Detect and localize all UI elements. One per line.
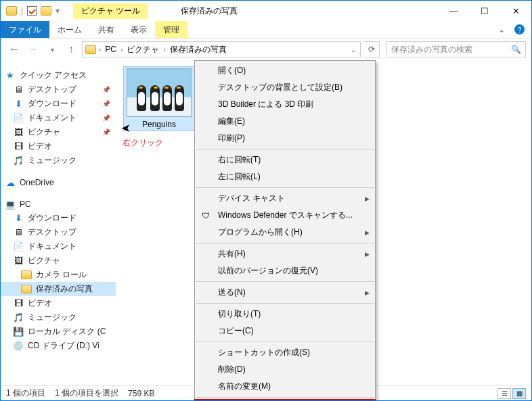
chevron-icon[interactable]: ›: [97, 46, 102, 53]
drive-icon: 💾: [13, 327, 24, 337]
breadcrumb-pc[interactable]: PC: [104, 45, 118, 54]
maximize-button[interactable]: ☐: [469, 1, 500, 21]
folder-icon: [6, 6, 17, 16]
breadcrumb-saved[interactable]: 保存済みの写真: [169, 44, 228, 55]
cursor-icon: ➤: [121, 121, 131, 135]
menu-set-background[interactable]: デスクトップの背景として設定(B): [195, 79, 375, 96]
picture-icon: 🖼: [13, 127, 24, 138]
close-button[interactable]: ✕: [500, 1, 531, 21]
menu-print[interactable]: 印刷(P): [195, 130, 375, 147]
back-button[interactable]: ←: [6, 41, 22, 57]
sidebar-item-downloads-2[interactable]: ⬇ダウンロード: [1, 211, 116, 225]
pc-icon: 💻: [5, 199, 16, 210]
search-input[interactable]: 保存済みの写真の検索 🔍: [386, 41, 526, 57]
menu-restore-versions[interactable]: 以前のバージョンの復元(V): [195, 262, 375, 279]
video-icon: 🎞: [13, 141, 24, 152]
menu-send-to[interactable]: 送る(N): [195, 284, 375, 301]
sidebar-item-cameraroll[interactable]: カメラ ロール: [1, 268, 116, 282]
qat-overflow-icon[interactable]: ▾: [56, 6, 60, 16]
menu-separator: [196, 149, 374, 149]
window-controls: — ☐ ✕: [438, 1, 531, 21]
address-bar[interactable]: › PC › ピクチャ › 保存済みの写真 ⌄: [82, 41, 361, 57]
file-list[interactable]: Penguins ➤ 右クリック 開く(O) デスクトップの背景として設定(B)…: [116, 60, 531, 385]
tab-manage[interactable]: 管理: [155, 21, 187, 38]
up-button[interactable]: ↑: [63, 41, 79, 57]
separator: |: [21, 6, 23, 16]
ribbon-help: ⌄ ?: [498, 21, 531, 38]
sidebar-item-music[interactable]: 🎵ミュージック: [1, 154, 116, 168]
sidebar-item-pictures[interactable]: 🖼ピクチャ: [1, 125, 116, 139]
tab-file[interactable]: ファイル: [1, 21, 49, 38]
sidebar-item-videos-2[interactable]: 🎞ビデオ: [1, 296, 116, 310]
folder-icon: [21, 285, 32, 293]
thumbnails-view-button[interactable]: ▦: [512, 388, 526, 399]
quick-access-toolbar: | ▾ ピクチャ ツール: [1, 3, 154, 19]
sidebar-item-quick-access[interactable]: ★クイック アクセス: [1, 68, 116, 82]
navigation-pane[interactable]: ★クイック アクセス 🖥デスクトップ ⬇ダウンロード 📄ドキュメント 🖼ピクチャ…: [1, 60, 116, 385]
address-dropdown-icon[interactable]: ⌄: [349, 46, 357, 53]
details-view-button[interactable]: ☰: [497, 388, 511, 399]
tab-share[interactable]: 共有: [90, 21, 123, 38]
menu-rotate-left[interactable]: 左に回転(L): [195, 168, 375, 185]
sidebar-item-desktop-2[interactable]: 🖥デスクトップ: [1, 225, 116, 239]
cloud-icon: ☁: [5, 177, 16, 188]
minimize-button[interactable]: —: [438, 1, 469, 21]
menu-cast[interactable]: デバイス キャスト: [195, 190, 375, 207]
forward-button[interactable]: →: [25, 41, 41, 57]
menu-separator: [196, 243, 374, 243]
sidebar-item-local-disk[interactable]: 💾ローカル ディスク (C: [1, 325, 116, 339]
tab-view[interactable]: 表示: [123, 21, 155, 38]
chevron-icon[interactable]: ›: [119, 46, 124, 53]
menu-separator: [196, 303, 374, 304]
menu-open-with[interactable]: プログラムから開く(H): [195, 224, 375, 241]
disc-icon: 💿: [13, 341, 24, 352]
help-icon[interactable]: ?: [514, 24, 525, 34]
view-buttons: ☰ ▦: [497, 388, 526, 399]
breadcrumb-pictures[interactable]: ピクチャ: [125, 44, 160, 55]
tab-home[interactable]: ホーム: [49, 21, 90, 38]
context-menu: 開く(O) デスクトップの背景として設定(B) 3D Builder による 3…: [194, 60, 376, 401]
sidebar-item-onedrive[interactable]: ☁OneDrive: [1, 176, 116, 189]
menu-copy[interactable]: コピー(C): [195, 323, 375, 339]
menu-open[interactable]: 開く(O): [195, 62, 375, 79]
menu-defender-scan[interactable]: 🛡Windows Defender でスキャンする...: [195, 207, 375, 224]
menu-edit[interactable]: 編集(E): [195, 113, 375, 130]
ribbon-tabs: ファイル ホーム 共有 表示 管理 ⌄ ?: [1, 21, 531, 39]
sidebar-item-downloads[interactable]: ⬇ダウンロード: [1, 97, 116, 111]
chevron-icon[interactable]: ›: [162, 46, 167, 53]
properties-qat-icon[interactable]: [27, 6, 37, 16]
download-icon: ⬇: [13, 213, 24, 224]
sidebar-item-cd-drive[interactable]: 💿CD ドライブ (D:) Vi: [1, 339, 116, 353]
video-icon: 🎞: [13, 298, 24, 309]
refresh-button[interactable]: ⟳: [363, 41, 380, 57]
search-icon: 🔍: [511, 45, 521, 54]
menu-create-shortcut[interactable]: ショートカットの作成(S): [195, 344, 375, 361]
sidebar-item-pc[interactable]: 💻PC: [1, 197, 116, 211]
file-item-penguins[interactable]: Penguins: [124, 67, 194, 131]
ribbon-expand-icon[interactable]: ⌄: [498, 25, 505, 34]
menu-separator: [196, 187, 374, 188]
sidebar-item-documents-2[interactable]: 📄ドキュメント: [1, 239, 116, 254]
folder-icon: [21, 270, 32, 279]
main-area: ★クイック アクセス 🖥デスクトップ ⬇ダウンロード 📄ドキュメント 🖼ピクチャ…: [1, 60, 531, 385]
desktop-icon: 🖥: [13, 227, 24, 238]
recent-locations-button[interactable]: ▾: [44, 41, 60, 57]
menu-cut[interactable]: 切り取り(T): [195, 306, 375, 323]
menu-3d-builder[interactable]: 3D Builder による 3D 印刷: [195, 96, 375, 113]
status-selection-count: 1 個の項目を選択: [55, 387, 118, 399]
menu-share[interactable]: 共有(H): [195, 245, 375, 262]
sidebar-item-saved-pictures[interactable]: 保存済みの写真: [1, 282, 116, 296]
menu-delete[interactable]: 削除(D): [195, 361, 375, 378]
document-icon: 📄: [13, 113, 24, 124]
menu-rename[interactable]: 名前の変更(M): [195, 378, 375, 395]
sidebar-item-videos[interactable]: 🎞ビデオ: [1, 139, 116, 154]
sidebar-item-desktop[interactable]: 🖥デスクトップ: [1, 82, 116, 97]
sidebar-item-music-2[interactable]: 🎵ミュージック: [1, 310, 116, 325]
document-icon: 📄: [13, 241, 24, 252]
menu-rotate-right[interactable]: 右に回転(T): [195, 151, 375, 168]
window-title: 保存済みの写真: [154, 5, 438, 17]
star-icon: ★: [5, 70, 16, 81]
new-folder-qat-icon[interactable]: [41, 6, 51, 16]
sidebar-item-documents[interactable]: 📄ドキュメント: [1, 111, 116, 125]
sidebar-item-pictures-2[interactable]: 🖼ピクチャ: [1, 254, 116, 268]
